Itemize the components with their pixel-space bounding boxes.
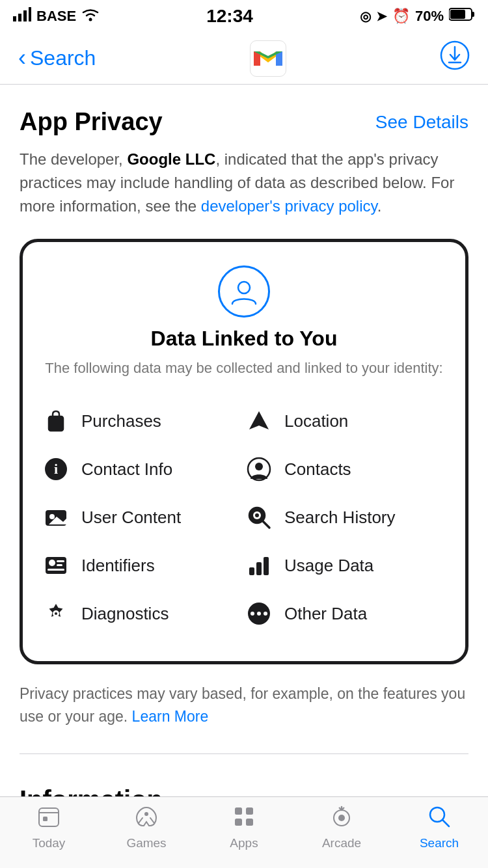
desc-pre: The developer, [20, 150, 127, 168]
diagnostics-label: Diagnostics [81, 604, 169, 624]
svg-rect-19 [49, 416, 63, 431]
contacts-icon [244, 454, 274, 484]
svg-point-4 [89, 18, 92, 21]
svg-point-50 [144, 812, 148, 816]
svg-point-34 [49, 560, 55, 566]
navigation-icon: ➤ [376, 8, 387, 24]
purchases-icon [41, 406, 71, 436]
svg-rect-51 [235, 807, 242, 815]
contacts-label: Contacts [284, 459, 351, 480]
svg-rect-33 [46, 557, 66, 574]
usage-data-icon [244, 550, 274, 580]
search-history-icon [244, 502, 274, 532]
status-left: BASE [13, 7, 100, 25]
tab-bar: Today Games Apps [0, 796, 488, 868]
other-data-label: Other Data [284, 604, 367, 624]
location-icon [244, 406, 274, 436]
card-title: Data Linked to You [151, 327, 338, 351]
separator [20, 753, 468, 754]
svg-point-26 [49, 514, 55, 519]
back-button[interactable]: ‹ Search [18, 46, 96, 70]
battery-percent: 70% [415, 8, 444, 25]
svg-point-46 [264, 612, 267, 616]
svg-rect-6 [472, 12, 474, 17]
svg-rect-53 [235, 819, 242, 826]
app-icon [250, 40, 286, 77]
developer-name: Google LLC [127, 150, 215, 168]
location-label: Location [284, 411, 348, 431]
svg-rect-40 [264, 557, 269, 575]
svg-rect-39 [256, 562, 262, 575]
status-time: 12:34 [206, 6, 253, 27]
tab-games[interactable]: Games [98, 805, 195, 850]
tab-games-label: Games [126, 836, 166, 850]
contact-info-icon: i [41, 454, 71, 484]
other-data-icon [244, 599, 274, 629]
svg-rect-38 [249, 567, 254, 575]
battery-icon [449, 7, 475, 25]
diagnostics-icon [41, 599, 71, 629]
identifiers-icon [41, 550, 71, 580]
see-details-button[interactable]: See Details [375, 112, 468, 133]
data-item-contact-info: i Contact Info [41, 445, 244, 493]
tab-today-label: Today [33, 836, 66, 850]
carrier-name: BASE [36, 8, 76, 25]
status-right: ◎ ➤ ⏰ 70% [360, 7, 475, 25]
svg-point-42 [55, 612, 57, 615]
arcade-icon [330, 805, 353, 834]
tab-apps[interactable]: Apps [195, 805, 293, 850]
contact-info-label: Contact Info [81, 459, 172, 480]
chevron-left-icon: ‹ [18, 46, 26, 70]
main-content: App Privacy See Details The developer, G… [0, 85, 488, 847]
svg-line-58 [442, 820, 449, 826]
svg-line-32 [263, 521, 269, 528]
tab-today[interactable]: Today [0, 805, 98, 850]
signal-icon [13, 7, 31, 25]
section-header: App Privacy See Details [20, 108, 468, 136]
card-subtitle: The following data may be collected and … [45, 357, 442, 379]
location-status-icon: ◎ [360, 8, 371, 24]
card-header: Data Linked to You The following data ma… [41, 265, 447, 379]
svg-text:i: i [54, 461, 58, 477]
section-title: App Privacy [20, 108, 163, 136]
data-item-identifiers: Identifiers [41, 541, 244, 590]
svg-point-31 [255, 513, 259, 517]
nav-bar: ‹ Search [0, 33, 488, 85]
svg-rect-47 [39, 808, 59, 826]
identifiers-label: Identifiers [81, 556, 155, 576]
games-icon [135, 805, 158, 834]
data-item-user-content: User Content [41, 493, 244, 541]
data-item-usage-data: Usage Data [244, 541, 447, 590]
data-item-diagnostics: Diagnostics [41, 590, 244, 638]
privacy-policy-link[interactable]: developer's privacy policy [201, 197, 377, 215]
data-item-contacts: Contacts [244, 445, 447, 493]
data-item-other-data: Other Data [244, 590, 447, 638]
privacy-description: The developer, Google LLC, indicated tha… [20, 148, 468, 218]
svg-rect-1 [18, 14, 21, 21]
svg-rect-35 [57, 560, 64, 562]
user-content-icon [41, 502, 71, 532]
svg-rect-52 [246, 807, 253, 815]
person-icon [218, 265, 270, 318]
tab-search[interactable]: Search [390, 805, 488, 850]
tab-apps-label: Apps [230, 836, 258, 850]
svg-rect-49 [43, 817, 47, 821]
today-icon [37, 805, 61, 834]
tab-arcade[interactable]: Arcade [293, 805, 390, 850]
data-item-purchases: Purchases [41, 397, 244, 445]
svg-point-44 [251, 612, 254, 616]
tab-arcade-label: Arcade [322, 836, 361, 850]
wifi-icon [81, 7, 100, 25]
download-button[interactable] [440, 40, 470, 76]
search-tab-icon [427, 805, 451, 834]
back-label: Search [30, 46, 96, 70]
user-content-label: User Content [81, 508, 181, 528]
svg-point-24 [255, 463, 263, 470]
svg-point-56 [338, 815, 345, 821]
svg-rect-36 [57, 564, 62, 566]
data-linked-card: Data Linked to You The following data ma… [20, 239, 468, 664]
svg-rect-54 [246, 819, 253, 826]
learn-more-link[interactable]: Learn More [132, 708, 209, 725]
status-bar: BASE 12:34 ◎ ➤ ⏰ 70% [0, 0, 488, 33]
purchases-label: Purchases [81, 411, 161, 431]
